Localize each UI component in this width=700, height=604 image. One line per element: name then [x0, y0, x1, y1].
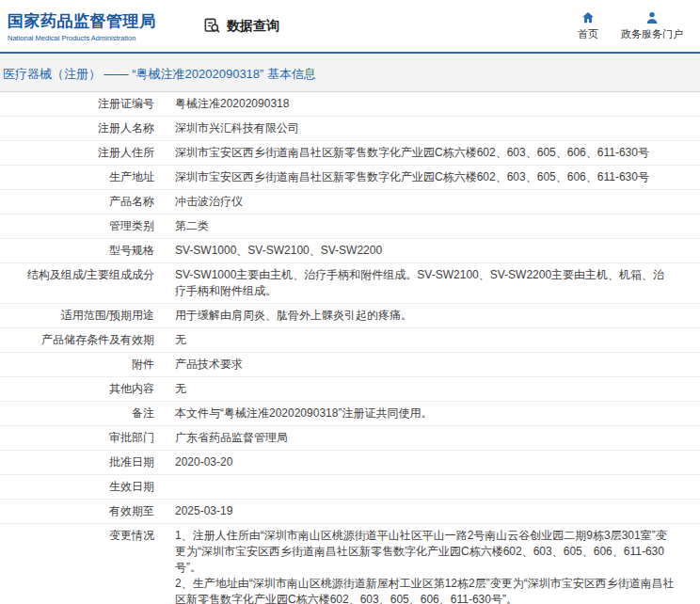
table-row: 管理类别第二类: [0, 215, 700, 239]
table-row: 产品储存条件及有效期无: [0, 328, 700, 353]
row-label: 注册人名称: [0, 117, 167, 140]
nav-home-label: 首页: [578, 27, 598, 41]
table-row: 注册证编号粤械注准20202090318: [0, 92, 700, 117]
row-label: 注册人住所: [0, 141, 167, 165]
page-title: 医疗器械（注册） —— “粤械注准20202090318” 基本信息: [0, 54, 700, 92]
row-value: 深圳市兴汇科技有限公司: [167, 117, 700, 140]
data-query-label: 数据查询: [227, 18, 279, 35]
data-query-tab[interactable]: 数据查询: [203, 17, 279, 35]
home-icon: [581, 10, 596, 25]
table-row: 注册人住所深圳市宝安区西乡街道南昌社区新零售数字化产业园C栋六楼602、603、…: [0, 141, 700, 166]
user-icon: [644, 10, 660, 25]
row-label: 其他内容: [0, 377, 167, 401]
table-row: 结构及组成/主要组成成分SV-SW1000主要由主机、治疗手柄和附件组成。SV-…: [0, 263, 700, 304]
row-value: 深圳市宝安区西乡街道南昌社区新零售数字化产业园C栋六楼602、603、605、6…: [167, 141, 700, 165]
site-brand: 国家药品监督管理局 National Medical Products Admi…: [8, 10, 192, 42]
row-value: 用于缓解由肩周炎、肱骨外上髁炎引起的疼痛。: [167, 304, 700, 327]
org-name-cn: 国家药品监督管理局: [8, 10, 192, 32]
nav-gov-portal[interactable]: 政务服务门户: [621, 10, 683, 41]
row-value: 2020-03-20: [167, 451, 700, 474]
row-value: 粤械注准20202090318: [167, 92, 700, 116]
row-label: 生效日期: [0, 475, 167, 499]
row-value: 冲击波治疗仪: [167, 190, 700, 214]
table-row: 审批部门广东省药品监督管理局: [0, 426, 700, 451]
table-row: 生效日期: [0, 475, 700, 500]
table-row: 适用范围/预期用途用于缓解由肩周炎、肱骨外上髁炎引起的疼痛。: [0, 304, 700, 328]
table-row: 生产地址深圳市宝安区西乡街道南昌社区新零售数字化产业园C栋六楼602、603、6…: [0, 166, 700, 190]
row-label: 型号规格: [0, 239, 167, 262]
table-row: 备注本文件与“粤械注准20202090318”注册证共同使用。: [0, 402, 700, 426]
row-value: 无: [167, 377, 700, 401]
row-label: 产品储存条件及有效期: [0, 328, 167, 352]
site-header: 国家药品监督管理局 National Medical Products Admi…: [0, 0, 700, 54]
row-label: 备注: [0, 402, 167, 425]
row-label: 管理类别: [0, 215, 167, 238]
table-row: 其他内容无: [0, 377, 700, 402]
org-name-en: National Medical Products Administration: [8, 34, 192, 42]
row-label: 结构及组成/主要组成成分: [0, 263, 167, 303]
row-value: 1、注册人住所由“深圳市南山区桃源街道平山社区平山一路2号南山云谷创业园二期9栋…: [167, 524, 700, 604]
row-label: 附件: [0, 353, 167, 376]
row-label: 产品名称: [0, 190, 167, 214]
row-label: 注册证编号: [0, 92, 167, 116]
table-row: 有效期至2025-03-19: [0, 500, 700, 524]
row-label: 批准日期: [0, 451, 167, 474]
table-row: 变更情况1、注册人住所由“深圳市南山区桃源街道平山社区平山一路2号南山云谷创业园…: [0, 524, 700, 604]
row-label: 有效期至: [0, 500, 167, 523]
row-value: 广东省药品监督管理局: [167, 426, 700, 450]
row-value: 2025-03-19: [167, 500, 700, 523]
table-row: 产品名称冲击波治疗仪: [0, 190, 700, 215]
table-row: 型号规格SV-SW1000、SV-SW2100、SV-SW2200: [0, 239, 700, 263]
row-label: 变更情况: [0, 524, 167, 604]
nav-home[interactable]: 首页: [578, 10, 598, 41]
info-table: 注册证编号粤械注准20202090318注册人名称深圳市兴汇科技有限公司注册人住…: [0, 92, 700, 604]
row-value: [167, 475, 700, 499]
table-row: 注册人名称深圳市兴汇科技有限公司: [0, 117, 700, 141]
nav-gov-portal-label: 政务服务门户: [621, 27, 683, 41]
row-value: 产品技术要求: [167, 353, 700, 376]
document-search-icon: [203, 17, 221, 35]
row-value: 无: [167, 328, 700, 352]
row-value: 第二类: [167, 215, 700, 238]
row-value: 本文件与“粤械注准20202090318”注册证共同使用。: [167, 402, 700, 425]
header-nav: 首页 政务服务门户: [578, 10, 691, 41]
row-value: SV-SW1000、SV-SW2100、SV-SW2200: [167, 239, 700, 262]
row-label: 适用范围/预期用途: [0, 304, 167, 327]
row-label: 生产地址: [0, 166, 167, 189]
table-row: 附件产品技术要求: [0, 353, 700, 377]
row-label: 审批部门: [0, 426, 167, 450]
table-row: 批准日期2020-03-20: [0, 451, 700, 475]
row-value: 深圳市宝安区西乡街道南昌社区新零售数字化产业园C栋六楼602、603、605、6…: [167, 166, 700, 189]
row-value: SV-SW1000主要由主机、治疗手柄和附件组成。SV-SW2100、SV-SW…: [167, 263, 700, 303]
